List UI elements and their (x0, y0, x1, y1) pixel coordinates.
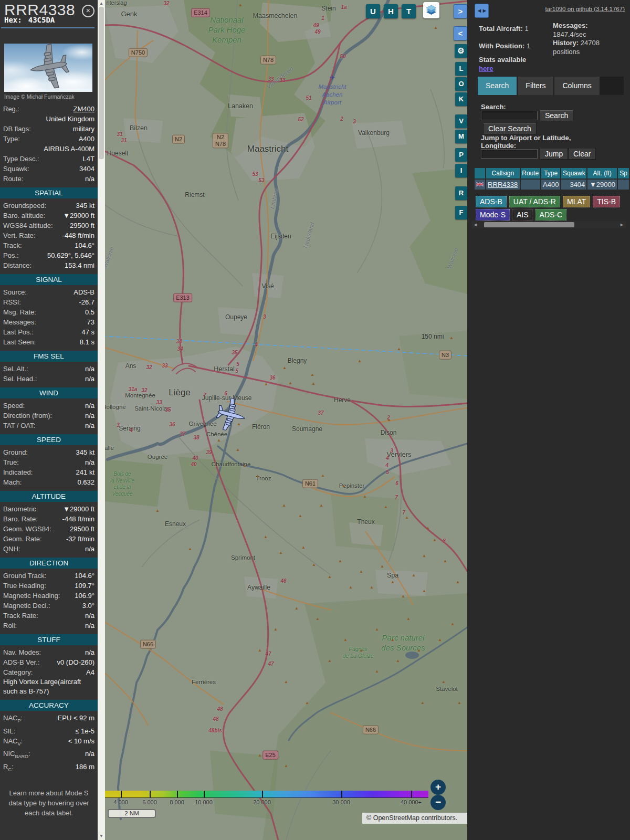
map-city-label: Herve (334, 396, 351, 404)
info-row: United Kingdom (0, 114, 98, 124)
exit-number-label: 35 (165, 407, 171, 413)
sidebar-scrollbar-thumb[interactable] (99, 7, 104, 159)
detail-label: Baro. altitude: (3, 211, 45, 220)
gear-icon[interactable]: ⚙ (455, 44, 467, 58)
detail-row: Messages:73 (0, 317, 98, 327)
column-header-Alt. (ft)[interactable]: Alt. (ft) (587, 168, 617, 178)
exit-number-label: 32 (141, 387, 147, 393)
detail-value: n/a (85, 364, 94, 374)
scroll-up-icon[interactable]: ▲ (98, 1, 105, 6)
legend-chip-tis-b[interactable]: TIS-B (593, 196, 620, 207)
map-area-label: Bois de la Neuville et de la Vecquée (110, 471, 134, 497)
legend-chip-ais[interactable]: AIS (512, 209, 533, 220)
exit-number-label: 1 (321, 15, 324, 21)
map-button-r[interactable]: R (455, 186, 467, 200)
tab-columns[interactable]: Columns (554, 77, 599, 95)
jump-input[interactable] (481, 149, 538, 159)
stat-with-position: With Position: 1 (479, 42, 530, 50)
peak-icon: ▲ (342, 484, 346, 488)
exit-number-label: 5 (386, 469, 389, 475)
map-city-label: Stavelot (436, 686, 458, 692)
map-button-l[interactable]: L (455, 62, 467, 76)
peak-icon: ▲ (288, 381, 292, 385)
altitude-tick-label: 20 000 (253, 799, 271, 805)
info-row: Route:n/a (0, 174, 98, 184)
map-button-k[interactable]: K (455, 92, 467, 106)
legend-chip-mode-s[interactable]: Mode-S (476, 209, 510, 220)
map-canvas[interactable]: nterslagGenkSteinMaasmechelenLanakenBilz… (105, 0, 467, 840)
search-input[interactable] (481, 111, 538, 120)
aircraft-table[interactable]: CallsignRouteTypeSquawkAlt. (ft)Sp RRR43… (474, 167, 630, 191)
stats-here-link[interactable]: here (479, 65, 493, 72)
detail-value: -26.7 (79, 297, 94, 307)
map-button-p[interactable]: P (455, 148, 467, 162)
exit-number-label: 48bis (208, 728, 222, 733)
map-button-h[interactable]: H (384, 4, 398, 18)
map-button-i[interactable]: I (455, 164, 467, 177)
layers-button[interactable] (423, 2, 439, 18)
info-row: Type Desc.:L4T (0, 154, 98, 164)
zoom-in-button[interactable]: + (430, 780, 446, 795)
jump-clear-button[interactable]: Clear (568, 148, 596, 160)
table-horizontal-scrollbar[interactable]: ◄ ► (471, 221, 626, 228)
clear-search-button[interactable]: Clear Search (483, 123, 537, 134)
altitude-legend-bar (105, 791, 428, 798)
info-value: military (73, 124, 94, 134)
altitude-tick-label: 6 000 (142, 799, 157, 805)
map-button-v[interactable]: V (455, 114, 467, 128)
sidebar-footer-note: Learn more about Mode S data type by hov… (0, 788, 98, 818)
sidebar-scrollbar[interactable]: ▲ ▼ (98, 0, 105, 840)
map-button-u[interactable]: U (366, 4, 380, 18)
peak-icon: ▲ (188, 547, 192, 551)
peak-icon: ▲ (358, 359, 362, 363)
total-aircraft-value: 1 (524, 25, 528, 33)
jump-button[interactable]: Jump (540, 148, 568, 160)
panel-toggle-button[interactable]: ◄► (475, 4, 489, 18)
peak-icon: ▲ (426, 526, 430, 530)
exit-number-label: 47 (265, 651, 271, 657)
column-header-Callsign[interactable]: Callsign (486, 168, 519, 178)
road-badge: N78 (260, 56, 276, 65)
exit-number-label: 38 (193, 435, 199, 440)
road-badge: N750 (129, 48, 148, 57)
peak-icon: ▲ (412, 573, 416, 578)
table-row[interactable]: RRR4338A4003404▼29000 (475, 180, 629, 190)
peak-icon: ▲ (456, 580, 460, 584)
detail-label: True Heading: (3, 581, 46, 591)
detail-row: Barometric:▼29000 ft (0, 504, 98, 514)
map-button-t[interactable]: T (402, 4, 416, 18)
map-button-m[interactable]: M (455, 130, 467, 143)
hscroll-left-icon[interactable]: ◄ (473, 222, 478, 227)
peak-icon: ▲ (264, 534, 268, 539)
detail-value: -448 ft/min (62, 514, 94, 524)
scroll-down-icon[interactable]: ▼ (98, 834, 105, 838)
legend-chip-mlat[interactable]: MLAT (563, 196, 590, 207)
column-header-Route[interactable]: Route (521, 168, 540, 178)
map-button-o[interactable]: O (455, 77, 467, 91)
legend-chip-ads-c[interactable]: ADS-C (536, 209, 567, 220)
tab-filters[interactable]: Filters (518, 77, 553, 95)
column-header-Type[interactable]: Type (541, 168, 560, 178)
registration-link[interactable]: ZM400 (74, 104, 94, 114)
tab-search[interactable]: Search (478, 77, 517, 95)
panel-expand-button[interactable]: > (454, 4, 467, 18)
detail-label: Indicated: (3, 467, 33, 477)
altitude-tick (177, 791, 178, 797)
callsign-cell[interactable]: RRR4338 (486, 180, 519, 190)
legend-chip-ads-b[interactable]: ADS-B (476, 196, 507, 207)
zoom-out-button[interactable]: − (430, 795, 446, 810)
peak-icon: ▲ (258, 648, 262, 653)
legend-chip-uat-ads-r[interactable]: UAT / ADS-R (509, 196, 560, 207)
peak-icon: ▲ (295, 606, 299, 611)
section-header: ACCURACY (0, 700, 98, 711)
panel-collapse-button[interactable]: < (454, 26, 467, 40)
close-icon[interactable]: × (82, 5, 94, 17)
column-header-Squawk[interactable]: Squawk (561, 168, 586, 178)
column-header-Sp[interactable]: Sp (618, 168, 629, 178)
search-button[interactable]: Search (540, 110, 573, 121)
github-link[interactable]: tar1090 on github (3.14.1767) (545, 6, 625, 12)
column-header-flag[interactable] (475, 168, 485, 178)
map-button-f[interactable]: F (455, 206, 467, 219)
hscroll-right-icon[interactable]: ► (620, 222, 624, 227)
hscroll-thumb[interactable] (484, 222, 574, 227)
